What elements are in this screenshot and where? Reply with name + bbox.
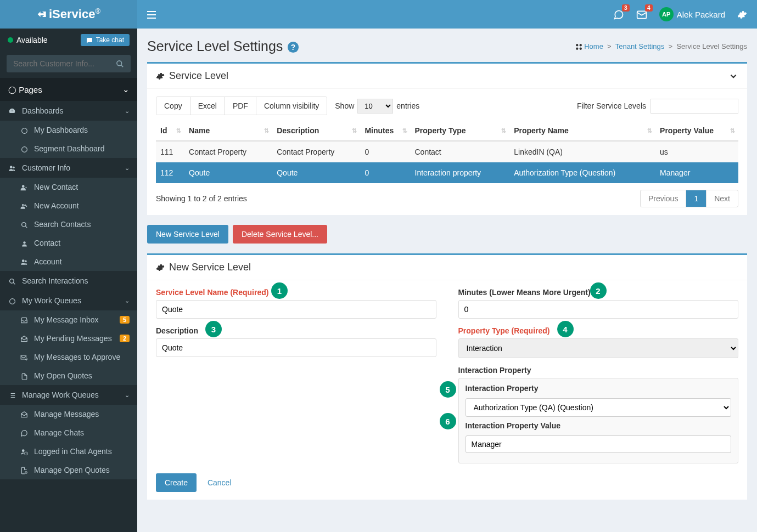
pager-next[interactable]: Next [706,190,738,207]
callout-5: 5 [440,381,456,398]
sort-icon: ⇅ [264,128,269,133]
nav-sub-new-contact[interactable]: New Contact [0,178,137,196]
chevron-icon: ⌄ [125,165,130,172]
sidebar-toggle[interactable] [137,9,166,20]
nav-label: Account [34,257,62,266]
envelope-open-icon [20,334,29,343]
nav-sub-account[interactable]: Account [0,252,137,271]
new-service-level-panel: New Service Level Service Level Name (Re… [147,253,747,500]
new-service-level-button[interactable]: New Service Level [147,225,228,244]
svg-point-33 [576,44,578,46]
sort-icon: ⇅ [176,128,181,133]
interaction-property-select[interactable]: Authorization Type (QA) (Question) [466,398,732,417]
nav-sub-manage-messages[interactable]: Manage Messages [0,405,137,423]
svg-point-17 [25,260,27,262]
col-ptype[interactable]: Property Type⇅ [411,121,510,141]
svg-point-10 [22,185,25,188]
nav-sub-logged-in-chat-agents[interactable]: Logged in Chat Agents [0,442,137,461]
property-type-select[interactable]: Interaction [458,338,739,358]
svg-point-4 [117,60,122,65]
nav-sub-search-contacts[interactable]: Search Contacts [0,215,137,234]
col-name[interactable]: Name⇅ [184,121,272,141]
nav-sub-my-open-quotes[interactable]: My Open Quotes [0,366,137,385]
content: Service Level Settings ? Home > Tenant S… [137,29,757,532]
entries-select[interactable]: 10 [357,99,393,114]
col-id[interactable]: Id⇅ [156,121,184,141]
excel-button[interactable]: Excel [190,97,225,115]
nav-sub-contact[interactable]: Contact [0,234,137,252]
nav-customer-info[interactable]: Customer Info⌄ [0,158,137,178]
nav-sub-my-message-inbox[interactable]: My Message Inbox5 [0,310,137,329]
nav-label: Dashboards [22,106,64,115]
col-desc[interactable]: Description⇅ [272,121,360,141]
nav-my-work-queues[interactable]: My Work Queues⌄ [0,291,137,310]
column-visibility-button[interactable]: Column visibility [256,97,327,115]
nav-dashboards[interactable]: Dashboards⌄ [0,101,137,121]
table-row[interactable]: 112QouteQoute0Interaction propertyAuthor… [156,162,738,183]
nav-label: New Account [34,201,79,210]
nav-label: Manage Messages [34,410,99,418]
nav-sub-my-messages-to-approve[interactable]: My Messages to Approve [0,348,137,366]
user-menu[interactable]: AP Alek Packard [659,7,725,21]
nav-label: My Pending Messages [34,334,112,343]
nav-sub-my-dashboards[interactable]: My Dashboards [0,121,137,139]
table-row[interactable]: 111Contact PropertyContact Property0Cont… [156,141,738,162]
search-input[interactable] [13,59,116,68]
svg-point-13 [21,222,26,227]
avatar: AP [659,7,674,21]
chat-notifications[interactable]: 3 [613,8,624,20]
delete-service-level-button[interactable]: Delete Service Level... [233,225,327,244]
dashboard-icon [575,43,582,50]
col-pval[interactable]: Property Value⇅ [655,121,738,141]
breadcrumb-home[interactable]: Home [584,42,603,50]
help-button[interactable]: ? [287,39,299,54]
filter-input[interactable] [651,99,738,114]
interaction-property-group-label: Interaction Property [458,366,739,375]
description-input[interactable] [156,338,436,357]
nav-manage-work-queues[interactable]: Manage Work Queues⌄ [0,385,137,405]
envelope-open-icon [20,410,29,418]
svg-rect-21 [21,355,26,359]
pager-page-1[interactable]: 1 [686,190,706,207]
col-pname[interactable]: Property Name⇅ [509,121,655,141]
col-min[interactable]: Minutes⇅ [360,121,410,141]
settings-button[interactable] [737,9,747,20]
name-input[interactable] [156,300,436,319]
chat-icon [86,37,93,44]
svg-point-30 [25,472,27,474]
status-text: Available [16,36,48,44]
cancel-button[interactable]: Cancel [199,473,240,492]
copy-button[interactable]: Copy [156,97,190,115]
pager-prev[interactable]: Previous [641,190,686,207]
chevron-down-icon: ⌄ [122,84,130,94]
breadcrumb-tenant[interactable]: Tenant Settings [615,42,665,50]
inbox-icon [20,315,29,324]
svg-line-5 [121,65,123,67]
chevron-icon: ⌄ [125,297,130,304]
nav-sub-my-pending-messages[interactable]: My Pending Messages2 [0,329,137,348]
svg-rect-0 [147,11,156,12]
mail-notifications[interactable]: 4 [636,8,647,20]
create-button[interactable]: Create [156,473,197,492]
service-level-panel: Service Level Copy Excel PDF Column visi… [147,62,747,215]
panel-collapse[interactable] [728,70,738,82]
pdf-button[interactable]: PDF [225,97,256,115]
panel-title: Service Level [169,70,228,82]
nav-sub-manage-open-quotes[interactable]: Manage Open Quotes [0,461,137,479]
callout-6: 6 [440,413,456,429]
take-chat-button[interactable]: Take chat [81,34,130,46]
minutes-input[interactable] [458,300,739,319]
brand-logo[interactable]: iService® [0,0,137,29]
svg-point-12 [24,205,26,206]
nav-sub-new-account[interactable]: New Account [0,196,137,215]
nav-sub-manage-chats[interactable]: Manage Chats [0,423,137,442]
nav-sub-segment-dashboard[interactable]: Segment Dashboard [0,139,137,158]
nav-search-interactions[interactable]: Search Interactions [0,271,137,291]
search-box[interactable] [7,55,131,72]
svg-text:?: ? [291,43,295,51]
callout-1: 1 [271,282,288,299]
mail-badge: 4 [645,4,653,12]
interaction-property-value-input[interactable] [466,435,732,453]
list-icon [8,390,16,399]
pages-header[interactable]: ◯ Pages ⌄ [0,78,137,101]
